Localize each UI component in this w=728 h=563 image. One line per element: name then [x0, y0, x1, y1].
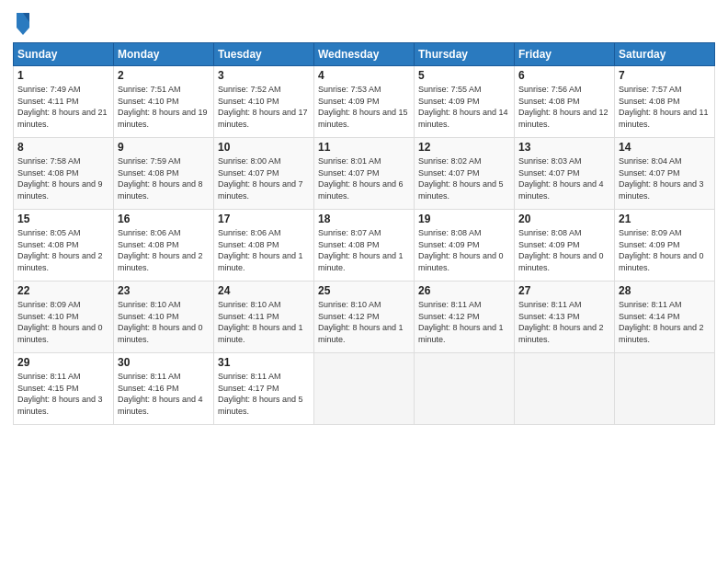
- calendar-cell: 2 Sunrise: 7:51 AMSunset: 4:10 PMDayligh…: [114, 66, 214, 138]
- day-info: Sunrise: 8:03 AMSunset: 4:07 PMDaylight:…: [518, 155, 610, 201]
- calendar-cell: 24 Sunrise: 8:10 AMSunset: 4:11 PMDaylig…: [214, 282, 314, 353]
- calendar-cell: 4 Sunrise: 7:53 AMSunset: 4:09 PMDayligh…: [314, 66, 415, 138]
- day-info: Sunrise: 7:53 AMSunset: 4:09 PMDaylight:…: [318, 84, 410, 130]
- day-info: Sunrise: 7:51 AMSunset: 4:10 PMDaylight:…: [118, 84, 210, 130]
- day-number: 30: [118, 356, 210, 369]
- day-info: Sunrise: 8:11 AMSunset: 4:17 PMDaylight:…: [218, 371, 310, 417]
- calendar-cell: 7 Sunrise: 7:57 AMSunset: 4:08 PMDayligh…: [615, 66, 715, 138]
- day-number: 17: [218, 213, 310, 225]
- day-number: 25: [318, 284, 410, 297]
- calendar-cell: [314, 353, 415, 425]
- day-number: 8: [17, 141, 109, 154]
- day-info: Sunrise: 8:05 AMSunset: 4:08 PMDaylight:…: [17, 227, 109, 273]
- week-row-4: 22 Sunrise: 8:09 AMSunset: 4:10 PMDaylig…: [14, 282, 715, 353]
- day-number: 26: [418, 284, 510, 297]
- day-info: Sunrise: 8:11 AMSunset: 4:15 PMDaylight:…: [17, 371, 109, 417]
- calendar-cell: 3 Sunrise: 7:52 AMSunset: 4:10 PMDayligh…: [214, 66, 314, 138]
- day-info: Sunrise: 8:02 AMSunset: 4:07 PMDaylight:…: [418, 155, 510, 201]
- day-info: Sunrise: 7:58 AMSunset: 4:08 PMDaylight:…: [17, 155, 109, 201]
- calendar-cell: 27 Sunrise: 8:11 AMSunset: 4:13 PMDaylig…: [515, 282, 615, 353]
- day-info: Sunrise: 8:09 AMSunset: 4:10 PMDaylight:…: [17, 299, 109, 345]
- day-number: 28: [619, 284, 711, 297]
- day-number: 19: [418, 213, 510, 225]
- day-header-thursday: Thursday: [415, 43, 515, 66]
- calendar-cell: 21 Sunrise: 8:09 AMSunset: 4:09 PMDaylig…: [615, 210, 715, 282]
- day-number: 22: [17, 284, 109, 297]
- calendar-table: SundayMondayTuesdayWednesdayThursdayFrid…: [13, 42, 715, 425]
- day-info: Sunrise: 8:00 AMSunset: 4:07 PMDaylight:…: [218, 155, 310, 201]
- day-info: Sunrise: 8:01 AMSunset: 4:07 PMDaylight:…: [318, 155, 410, 201]
- day-number: 1: [17, 69, 109, 82]
- day-number: 5: [418, 69, 510, 82]
- day-number: 12: [418, 141, 510, 154]
- day-number: 7: [619, 69, 711, 82]
- day-number: 6: [518, 69, 610, 82]
- day-number: 10: [218, 141, 310, 154]
- day-header-friday: Friday: [515, 43, 615, 66]
- day-number: 27: [518, 284, 610, 297]
- calendar-cell: 17 Sunrise: 8:06 AMSunset: 4:08 PMDaylig…: [214, 210, 314, 282]
- day-info: Sunrise: 8:11 AMSunset: 4:12 PMDaylight:…: [418, 299, 510, 345]
- calendar-cell: 18 Sunrise: 8:07 AMSunset: 4:08 PMDaylig…: [314, 210, 415, 282]
- calendar-cell: [515, 353, 615, 425]
- day-info: Sunrise: 8:07 AMSunset: 4:08 PMDaylight:…: [318, 227, 410, 273]
- calendar-cell: 9 Sunrise: 7:59 AMSunset: 4:08 PMDayligh…: [114, 138, 214, 210]
- week-row-3: 15 Sunrise: 8:05 AMSunset: 4:08 PMDaylig…: [14, 210, 715, 282]
- day-number: 13: [518, 141, 610, 154]
- logo: [13, 9, 35, 35]
- header-row: SundayMondayTuesdayWednesdayThursdayFrid…: [14, 43, 715, 66]
- calendar-cell: [615, 353, 715, 425]
- day-info: Sunrise: 8:09 AMSunset: 4:09 PMDaylight:…: [619, 227, 711, 273]
- day-number: 9: [118, 141, 210, 154]
- day-number: 15: [17, 213, 109, 225]
- week-row-1: 1 Sunrise: 7:49 AMSunset: 4:11 PMDayligh…: [14, 66, 715, 138]
- day-number: 2: [118, 69, 210, 82]
- calendar-cell: 5 Sunrise: 7:55 AMSunset: 4:09 PMDayligh…: [415, 66, 515, 138]
- calendar-cell: 6 Sunrise: 7:56 AMSunset: 4:08 PMDayligh…: [515, 66, 615, 138]
- logo-icon: [13, 9, 33, 35]
- calendar-cell: 25 Sunrise: 8:10 AMSunset: 4:12 PMDaylig…: [314, 282, 415, 353]
- header: [13, 9, 715, 35]
- calendar-cell: 1 Sunrise: 7:49 AMSunset: 4:11 PMDayligh…: [14, 66, 114, 138]
- day-info: Sunrise: 7:57 AMSunset: 4:08 PMDaylight:…: [619, 84, 711, 130]
- day-info: Sunrise: 8:11 AMSunset: 4:14 PMDaylight:…: [619, 299, 711, 345]
- day-number: 20: [518, 213, 610, 225]
- day-number: 21: [619, 213, 711, 225]
- calendar-cell: 22 Sunrise: 8:09 AMSunset: 4:10 PMDaylig…: [14, 282, 114, 353]
- day-header-saturday: Saturday: [615, 43, 715, 66]
- day-number: 11: [318, 141, 410, 154]
- calendar-cell: 23 Sunrise: 8:10 AMSunset: 4:10 PMDaylig…: [114, 282, 214, 353]
- day-number: 24: [218, 284, 310, 297]
- day-number: 31: [218, 356, 310, 369]
- calendar-cell: 19 Sunrise: 8:08 AMSunset: 4:09 PMDaylig…: [415, 210, 515, 282]
- day-number: 16: [118, 213, 210, 225]
- calendar-cell: 20 Sunrise: 8:08 AMSunset: 4:09 PMDaylig…: [515, 210, 615, 282]
- calendar-cell: 30 Sunrise: 8:11 AMSunset: 4:16 PMDaylig…: [114, 353, 214, 425]
- calendar-cell: 15 Sunrise: 8:05 AMSunset: 4:08 PMDaylig…: [14, 210, 114, 282]
- calendar-cell: 11 Sunrise: 8:01 AMSunset: 4:07 PMDaylig…: [314, 138, 415, 210]
- calendar-cell: 14 Sunrise: 8:04 AMSunset: 4:07 PMDaylig…: [615, 138, 715, 210]
- day-header-tuesday: Tuesday: [214, 43, 314, 66]
- calendar-cell: 10 Sunrise: 8:00 AMSunset: 4:07 PMDaylig…: [214, 138, 314, 210]
- day-info: Sunrise: 8:06 AMSunset: 4:08 PMDaylight:…: [218, 227, 310, 273]
- calendar-cell: 26 Sunrise: 8:11 AMSunset: 4:12 PMDaylig…: [415, 282, 515, 353]
- day-info: Sunrise: 8:11 AMSunset: 4:13 PMDaylight:…: [518, 299, 610, 345]
- day-info: Sunrise: 7:49 AMSunset: 4:11 PMDaylight:…: [17, 84, 109, 130]
- day-info: Sunrise: 7:52 AMSunset: 4:10 PMDaylight:…: [218, 84, 310, 130]
- day-info: Sunrise: 8:04 AMSunset: 4:07 PMDaylight:…: [619, 155, 711, 201]
- page-container: SundayMondayTuesdayWednesdayThursdayFrid…: [0, 0, 728, 432]
- calendar-cell: [415, 353, 515, 425]
- day-header-wednesday: Wednesday: [314, 43, 415, 66]
- day-number: 14: [619, 141, 711, 154]
- calendar-cell: 29 Sunrise: 8:11 AMSunset: 4:15 PMDaylig…: [14, 353, 114, 425]
- day-header-monday: Monday: [114, 43, 214, 66]
- calendar-cell: 28 Sunrise: 8:11 AMSunset: 4:14 PMDaylig…: [615, 282, 715, 353]
- day-info: Sunrise: 8:10 AMSunset: 4:12 PMDaylight:…: [318, 299, 410, 345]
- calendar-cell: 8 Sunrise: 7:58 AMSunset: 4:08 PMDayligh…: [14, 138, 114, 210]
- day-number: 3: [218, 69, 310, 82]
- day-number: 18: [318, 213, 410, 225]
- day-number: 4: [318, 69, 410, 82]
- calendar-cell: 31 Sunrise: 8:11 AMSunset: 4:17 PMDaylig…: [214, 353, 314, 425]
- day-number: 23: [118, 284, 210, 297]
- week-row-5: 29 Sunrise: 8:11 AMSunset: 4:15 PMDaylig…: [14, 353, 715, 425]
